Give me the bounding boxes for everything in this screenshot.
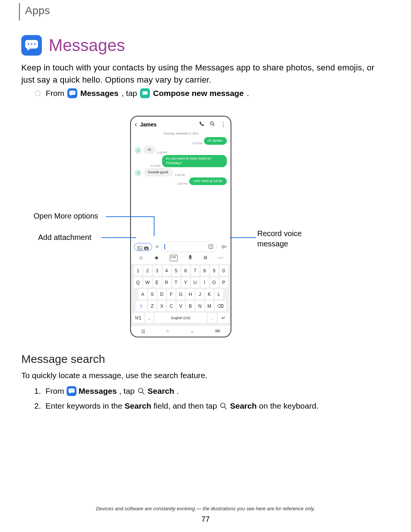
key[interactable]: W: [143, 277, 152, 288]
key[interactable]: 3: [153, 265, 161, 276]
comma-key[interactable]: ,: [145, 313, 153, 323]
shift-key[interactable]: ⇧: [135, 301, 147, 312]
emoji-icon[interactable]: ☺: [139, 255, 143, 261]
text-search-bold: Search: [230, 401, 256, 411]
key-row-numbers: 1 2 3 4 5 6 7 8 9 0: [132, 265, 229, 276]
key[interactable]: O: [210, 277, 218, 288]
symbols-key[interactable]: !#1: [132, 313, 144, 323]
key[interactable]: G: [177, 289, 185, 300]
period-key[interactable]: .: [208, 313, 217, 323]
message-time: 2:33 PM: [157, 151, 167, 154]
key-row-z: ⇧ Z X C V B N M ⌫: [132, 301, 229, 312]
back-icon[interactable]: ‹: [135, 120, 137, 128]
home-icon[interactable]: ○: [166, 328, 169, 334]
settings-icon[interactable]: ⚙: [203, 255, 208, 261]
key[interactable]: H: [186, 289, 194, 300]
text: Enter keywords in the: [46, 401, 123, 411]
text-search-bold: Search: [148, 387, 174, 396]
search-icon[interactable]: [210, 121, 215, 128]
search-step-1: 1. From Messages , tap Search .: [34, 386, 390, 396]
key[interactable]: D: [158, 289, 166, 300]
compose-step: From Messages , tap Compose new message …: [35, 88, 249, 98]
key[interactable]: S: [148, 289, 156, 300]
recents-icon[interactable]: |||: [142, 328, 145, 334]
keyboard-toggle-icon[interactable]: ⌨: [215, 329, 220, 333]
svg-rect-6: [146, 246, 147, 247]
keyboard: 1 2 3 4 5 6 7 8 9 0 Q W E R T Y U I O: [131, 264, 231, 326]
messages-app-icon: [21, 35, 42, 56]
attachment-group[interactable]: [134, 243, 152, 251]
back-nav-icon[interactable]: ⌄: [190, 328, 194, 334]
key[interactable]: J: [196, 289, 204, 300]
key[interactable]: E: [153, 277, 161, 288]
key-row-q: Q W E R T Y U I O P: [132, 277, 229, 288]
key[interactable]: Y: [182, 277, 190, 288]
key[interactable]: Z: [148, 301, 156, 312]
key[interactable]: P: [220, 277, 228, 288]
enter-key[interactable]: ↵: [218, 313, 229, 323]
key[interactable]: T: [172, 277, 180, 288]
key[interactable]: 2: [143, 265, 152, 276]
svg-rect-17: [190, 255, 191, 258]
sticker-kbd-icon[interactable]: ☻: [154, 255, 159, 261]
text-messages-bold: Messages: [79, 387, 117, 396]
key[interactable]: 8: [201, 265, 209, 276]
message-bubble-received: Hi: [143, 146, 155, 154]
key[interactable]: 9: [210, 265, 218, 276]
message-input[interactable]: [161, 241, 217, 252]
key[interactable]: Q: [134, 277, 142, 288]
svg-point-8: [210, 245, 210, 246]
key[interactable]: F: [167, 289, 175, 300]
svg-rect-7: [209, 244, 213, 248]
key[interactable]: V: [177, 301, 185, 312]
mic-icon[interactable]: [188, 255, 193, 261]
sticker-icon[interactable]: [208, 244, 213, 250]
svg-line-19: [142, 392, 144, 395]
key[interactable]: 0: [220, 265, 228, 276]
key[interactable]: B: [186, 301, 194, 312]
key[interactable]: 4: [162, 265, 171, 276]
gif-icon[interactable]: GIF: [170, 255, 178, 261]
more-kbd-icon[interactable]: ⋯: [218, 255, 223, 261]
key[interactable]: U: [191, 277, 199, 288]
key[interactable]: A: [139, 289, 147, 300]
section-tab: Apps: [19, 3, 56, 21]
search-icon: [219, 402, 228, 410]
camera-icon[interactable]: [144, 245, 149, 249]
contact-avatar: J: [135, 169, 142, 176]
text: on the keyboard.: [259, 401, 319, 411]
key[interactable]: I: [201, 277, 209, 288]
voice-record-icon[interactable]: [221, 244, 228, 250]
key[interactable]: R: [162, 277, 171, 288]
callout-record-voice: Record voice message: [257, 228, 333, 249]
key[interactable]: K: [205, 289, 213, 300]
key[interactable]: 6: [182, 265, 190, 276]
section-description: To quickly locate a message, use the sea…: [21, 371, 390, 380]
more-options-icon[interactable]: +: [155, 243, 159, 250]
space-key[interactable]: English (US): [155, 313, 207, 323]
message-time: 2:34 PM: [150, 165, 160, 167]
text-search-bold: Search: [124, 401, 151, 411]
key[interactable]: M: [205, 301, 213, 312]
key[interactable]: 5: [172, 265, 180, 276]
contact-avatar: J: [135, 147, 142, 154]
search-step-2: 2. Enter keywords in the Search field, a…: [34, 401, 390, 411]
section-heading: Message search: [21, 353, 390, 366]
key[interactable]: 7: [191, 265, 199, 276]
leader-line: [130, 216, 154, 217]
leader-line: [106, 216, 130, 217]
key[interactable]: 1: [134, 265, 142, 276]
message-time: 2:35 PM: [177, 182, 187, 185]
message-row: J Hi 2:33 PM: [135, 146, 227, 154]
key[interactable]: C: [167, 301, 175, 312]
key[interactable]: N: [196, 301, 204, 312]
gallery-icon[interactable]: [137, 245, 142, 249]
backspace-key[interactable]: ⌫: [215, 301, 226, 312]
call-icon[interactable]: [199, 121, 204, 128]
more-icon[interactable]: ⋮: [220, 121, 226, 128]
key[interactable]: L: [215, 289, 223, 300]
key[interactable]: X: [158, 301, 166, 312]
leader-line: [230, 237, 256, 238]
svg-point-5: [146, 248, 147, 249]
svg-line-21: [225, 407, 227, 409]
